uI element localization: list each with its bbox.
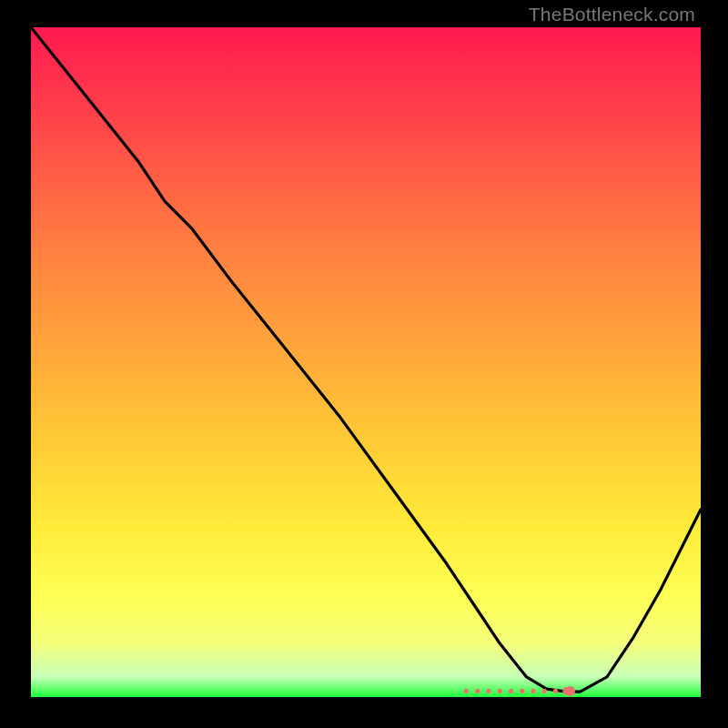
marker-dot bbox=[520, 689, 524, 693]
marker-dot bbox=[498, 689, 502, 693]
marker-dot bbox=[486, 689, 490, 693]
marker-point bbox=[565, 686, 575, 696]
watermark-text: TheBottleneck.com bbox=[529, 4, 695, 25]
marker-dot bbox=[464, 689, 469, 693]
plot-area bbox=[31, 27, 701, 697]
marker-dot bbox=[531, 689, 535, 693]
marker-dot bbox=[553, 689, 558, 693]
chart-canvas: TheBottleneck.com bbox=[0, 0, 728, 728]
marker-dot bbox=[542, 689, 547, 693]
marker-dot bbox=[475, 689, 480, 693]
marker-dot bbox=[509, 689, 513, 693]
bottleneck-curve bbox=[31, 27, 701, 692]
curve-layer bbox=[31, 27, 701, 697]
